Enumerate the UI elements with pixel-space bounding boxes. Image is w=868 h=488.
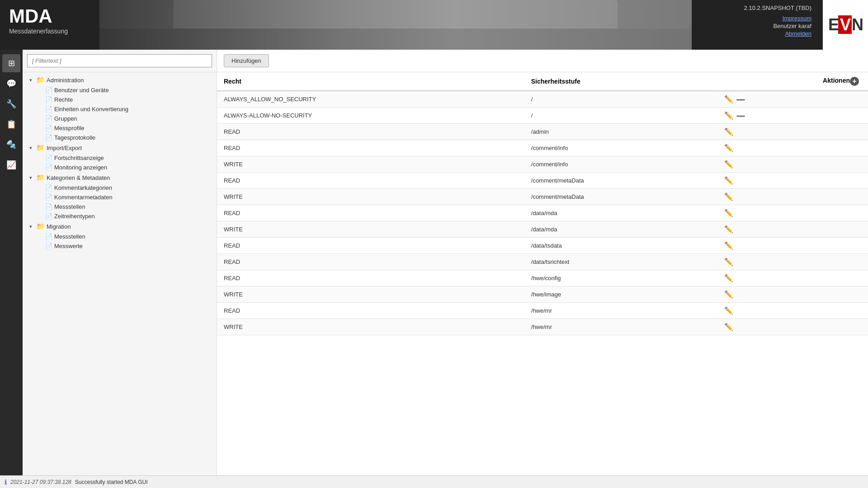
tree-label-mig-messstellen: Messstellen (54, 233, 85, 240)
filter-input[interactable] (27, 54, 212, 67)
tree-item-benutzer[interactable]: 📄Benutzer und Geräte (23, 85, 217, 95)
col-aktionen: Aktionen + (717, 72, 868, 91)
cell-recht: ALWAYS_ALLOW_NO_SECURITY (217, 91, 524, 108)
tree-item-messstellen[interactable]: 📄Messstellen (23, 202, 217, 211)
table-row: READ /admin ✏️ (217, 124, 868, 140)
cell-stufe: /data/tsdata (524, 238, 717, 254)
tree-item-mig-messwerte[interactable]: 📄Messwerte (23, 241, 217, 251)
edit-icon[interactable]: ✏️ (724, 176, 733, 185)
abmelden-link[interactable]: Abmelden (785, 30, 811, 37)
evn-logo: EVN (823, 0, 868, 50)
tree-toggle-migration[interactable]: ▾ (27, 223, 34, 230)
nav-list-icon[interactable]: 📋 (2, 115, 20, 133)
tree-label-einheiten: Einheiten und Konvertierung (54, 106, 128, 113)
tree-item-monitoring[interactable]: 📄Monitoring anzeigen (23, 163, 217, 172)
delete-icon[interactable]: — (737, 112, 745, 120)
cell-actions: ✏️ (717, 173, 868, 189)
tree-item-kommentarmetadaten[interactable]: 📄Kommentarmetadaten (23, 192, 217, 202)
edit-icon[interactable]: ✏️ (724, 290, 733, 299)
cell-recht: READ (217, 124, 524, 140)
tree-item-rechte[interactable]: 📄Rechte (23, 95, 217, 104)
status-message: Successfully started MDA GUI (75, 479, 148, 485)
tree-label-kommentarkategorien: Kommentarkategorien (54, 184, 112, 191)
tree-label-benutzer: Benutzer und Geräte (54, 87, 109, 94)
nav-chat-icon[interactable]: 💬 (2, 75, 20, 93)
edit-icon[interactable]: ✏️ (724, 160, 733, 169)
tree-item-importexport[interactable]: ▾📁Import/Export (23, 142, 217, 153)
cell-stufe: /hwe/mr (524, 303, 717, 319)
header-image (99, 0, 692, 50)
edit-icon[interactable]: ✏️ (724, 306, 733, 315)
content-toolbar: Hinzufügen (217, 50, 868, 72)
cell-actions: ✏️ (717, 238, 868, 254)
cell-recht: WRITE (217, 221, 524, 238)
table-row: WRITE /data/mda ✏️ (217, 221, 868, 238)
cell-recht: READ (217, 238, 524, 254)
cell-stufe: /hwe/mr (524, 319, 717, 335)
app-header: MDA Messdatenerfassung 2.10.2.SNAPSHOT (… (0, 0, 868, 50)
cell-recht: READ (217, 303, 524, 319)
nav-chart-icon[interactable]: 📈 (2, 156, 20, 174)
edit-icon[interactable]: ✏️ (724, 258, 733, 266)
table-row: READ /data/mda ✏️ (217, 205, 868, 221)
edit-icon[interactable]: ✏️ (724, 95, 733, 103)
edit-icon[interactable]: ✏️ (724, 323, 733, 331)
tree-item-tagesprotokolle[interactable]: 📄Tagesprotokolle (23, 133, 217, 142)
tree-item-zeitreihentypen[interactable]: 📄Zeitreihentypen (23, 211, 217, 221)
tree-toggle-kategorien[interactable]: ▾ (27, 174, 34, 181)
logo-e: E (828, 15, 838, 34)
tree-item-messprofile[interactable]: 📄Messprofile (23, 123, 217, 133)
tree-item-mig-messstellen[interactable]: 📄Messstellen (23, 232, 217, 241)
edit-icon[interactable]: ✏️ (724, 111, 733, 120)
tree-item-admin[interactable]: ▾📁Administration (23, 75, 217, 85)
cell-stufe: /hwe/config (524, 270, 717, 286)
app-title: MDA (9, 7, 90, 26)
tree-item-kommentarkategorien[interactable]: 📄Kommentarkategorien (23, 183, 217, 192)
tree-label-messstellen: Messstellen (54, 203, 85, 210)
tree-content: ▾📁Administration📄Benutzer und Geräte📄Rec… (23, 72, 217, 475)
cell-actions: ✏️ (717, 156, 868, 173)
hinzufuegen-button[interactable]: Hinzufügen (224, 54, 269, 67)
cell-actions: ✏️ (717, 286, 868, 303)
filter-box (23, 50, 217, 72)
cell-actions: ✏️ (717, 124, 868, 140)
cell-recht: READ (217, 173, 524, 189)
delete-icon[interactable]: — (737, 95, 745, 103)
cell-actions: ✏️ (717, 140, 868, 156)
nav-wrench-icon[interactable]: 🔩 (2, 136, 20, 154)
edit-icon[interactable]: ✏️ (724, 209, 733, 217)
cell-actions: ✏️ (717, 189, 868, 205)
cell-actions: ✏️— (717, 108, 868, 124)
nav-grid-icon[interactable]: ⊞ (2, 54, 20, 72)
tree-item-migration[interactable]: ▾📁Migration (23, 221, 217, 232)
tree-label-importexport: Import/Export (47, 145, 82, 151)
app-subtitle: Messdatenerfassung (9, 28, 90, 35)
table-row: WRITE /comment/metaData ✏️ (217, 189, 868, 205)
cell-stufe: / (524, 108, 717, 124)
edit-icon[interactable]: ✏️ (724, 144, 733, 152)
tree-label-migration: Migration (47, 223, 71, 230)
app-version: 2.10.2.SNAPSHOT (TBD) (744, 5, 811, 11)
edit-icon[interactable]: ✏️ (724, 241, 733, 250)
tree-label-kommentarmetadaten: Kommentarmetadaten (54, 194, 113, 201)
table-row: WRITE /hwe/mr ✏️ (217, 319, 868, 335)
cell-actions: ✏️— (717, 91, 868, 108)
edit-icon[interactable]: ✏️ (724, 127, 733, 136)
impressum-link[interactable]: Impressum (783, 15, 811, 22)
cell-stufe: /comment/metaData (524, 173, 717, 189)
tree-item-einheiten[interactable]: 📄Einheiten und Konvertierung (23, 104, 217, 114)
edit-icon[interactable]: ✏️ (724, 274, 733, 282)
tree-item-gruppen[interactable]: 📄Gruppen (23, 114, 217, 123)
nav-tools-icon[interactable]: 🔧 (2, 95, 20, 113)
tree-item-kategorien[interactable]: ▾📁Kategorien & Metadaten (23, 172, 217, 183)
cell-stufe: /data/mda (524, 205, 717, 221)
add-row-icon[interactable]: + (850, 77, 859, 86)
tree-toggle-admin[interactable]: ▾ (27, 76, 34, 84)
edit-icon[interactable]: ✏️ (724, 192, 733, 201)
cell-actions: ✏️ (717, 319, 868, 335)
tree-label-messprofile: Messprofile (54, 125, 84, 131)
tree-toggle-importexport[interactable]: ▾ (27, 144, 34, 151)
tree-item-fortschritt[interactable]: 📄Fortschrittsanzeige (23, 153, 217, 163)
edit-icon[interactable]: ✏️ (724, 225, 733, 234)
tree-sidebar: ▾📁Administration📄Benutzer und Geräte📄Rec… (23, 50, 217, 475)
